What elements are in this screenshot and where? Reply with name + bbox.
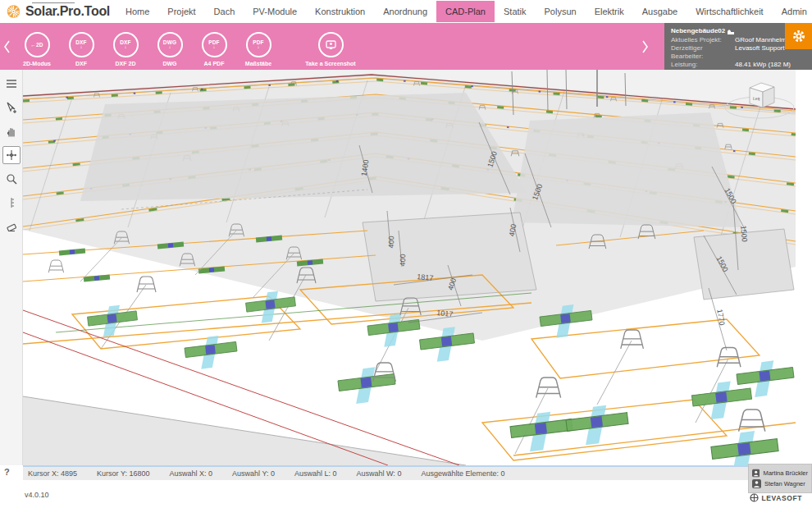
2d-mode-icon: ←2D [25,32,50,57]
menu-item-polysun[interactable]: Polysun [536,1,586,22]
settings-button[interactable] [785,23,812,49]
dwg-file-icon: DWG [157,32,183,57]
menu-item-cad-plan[interactable]: CAD-Plan [436,1,495,22]
tool-sidebar [0,70,23,465]
sidebar-tool-move[interactable] [2,146,21,164]
user-row[interactable]: Martina Brückler [752,469,808,478]
menu-item-konstruktion[interactable]: Konstruktion [306,1,374,22]
view-cube-face-label: Left [753,95,761,101]
sidebar-tool-pan[interactable] [2,122,21,140]
cad-scene[interactable]: 1400 1500 1500 1500 1500 1500 1770 400 4… [23,70,812,465]
massstaebe-button[interactable]: PDF Maßstäbe [236,26,281,66]
screenshot-icon [318,32,344,57]
app-logo[interactable]: Solar.Pro.Tool [0,2,110,21]
brand-wordmark: Solar.Pro.Tool [25,4,110,19]
menu-item-wirtschaftlichkeit[interactable]: Wirtschaftlichkeit [687,1,773,22]
sidebar-menu-button[interactable] [2,75,21,93]
dxf-file-icon: DXF [69,32,94,57]
vendor-logo: LEVASOFT [750,493,802,502]
menu-item-statik[interactable]: Statik [495,1,536,22]
dwg-export-button[interactable]: DWG DWG [148,26,192,66]
ruler-icon [6,197,17,208]
menubar: Solar.Pro.Tool Home Projekt Dach PV-Modu… [0,0,812,24]
2d-mode-button[interactable]: ←2D 2D-Modus [15,26,59,66]
eraser-icon [6,221,17,232]
online-users-panel: Martina Brückler Stefan Wagner [748,464,812,493]
sidebar-tool-erase[interactable] [2,217,21,236]
dimension-label: 400 [399,254,408,266]
help-button[interactable]: ? [4,467,10,477]
main-menu: Home Projekt Dach PV-Module Konstruktion… [116,1,812,22]
dimension-label: 1817 [417,272,434,282]
menu-item-admin[interactable]: Admin [773,1,812,22]
dxf-export-button[interactable]: DXF DXF [59,26,103,66]
move-crosshair-icon [6,149,17,161]
sidebar-tool-measure[interactable] [2,194,21,212]
chevron-left-icon [3,40,11,53]
selection-y-readout: Auswahl Y: 0 [232,469,275,478]
toolbar-scroll-right-button[interactable] [638,39,651,55]
chevron-right-icon [641,40,649,53]
selection-w-readout: Auswahl W: 0 [357,469,402,478]
selected-elements-readout: Ausgewählte Elemente: 0 [421,469,504,478]
user-avatar-icon [752,479,761,488]
dxf-2d-file-icon: DXF [113,32,139,57]
dimension-label: 1500 [739,225,749,242]
a4-pdf-export-button[interactable]: PDF A4 PDF [192,26,236,66]
menu-item-anordnung[interactable]: Anordnung [374,1,436,22]
cursor-add-icon [6,102,17,113]
viewport-right-gutter [797,70,812,465]
sun-logo-icon [7,2,21,21]
pdf-file-icon: PDF [202,32,227,57]
user-row[interactable]: Stefan Wagner [752,479,808,488]
project-row: Leistung:48.41 kWp (182 M) [671,61,812,69]
selection-x-readout: Auswahl X: 0 [169,469,212,478]
project-info-panel: Nebengebäude02 Aktuelles Projekt:GRoof M… [664,23,812,70]
cad-viewport[interactable]: 1400 1500 1500 1500 1500 1500 1770 400 4… [23,70,812,465]
menu-item-ausgabe[interactable]: Ausgabe [633,1,687,22]
dimension-label: 1017 [436,309,454,318]
statusbar: Kursor X: 4895 Kursor Y: 16800 Auswahl X… [23,465,796,480]
take-screenshot-button[interactable]: Take a Screenshot [290,26,371,66]
toolbar-buttons: ←2D 2D-Modus DXF DXF DXF DXF 2D DWG DWG … [15,26,371,66]
menu-item-dach[interactable]: Dach [205,1,244,22]
menu-item-projekt[interactable]: Projekt [158,1,204,22]
dimension-label: 400 [387,236,396,248]
dxf-2d-export-button[interactable]: DXF DXF 2D [103,26,148,66]
cursor-x-readout: Kursor X: 4895 [28,469,77,478]
selection-l-readout: Auswahl L: 0 [294,469,337,478]
building-icon [728,29,734,34]
levasoft-icon [750,493,759,502]
sidebar-tool-select[interactable] [2,98,21,117]
toolbar-scroll-left-button[interactable] [0,39,13,55]
menu-item-elektrik[interactable]: Elektrik [586,1,633,22]
hand-icon [6,126,17,137]
menu-item-pv-module[interactable]: PV-Module [244,1,306,22]
pdf-scale-icon: PDF [246,32,271,57]
gear-icon [791,29,806,43]
user-avatar-icon [752,469,760,478]
cursor-y-readout: Kursor Y: 16800 [97,469,149,478]
hamburger-icon [6,78,17,89]
sidebar-tool-zoom[interactable] [2,170,21,188]
magnifier-icon [6,173,17,185]
app-version: v4.0.10 [25,491,49,499]
menu-item-home[interactable]: Home [116,1,158,22]
